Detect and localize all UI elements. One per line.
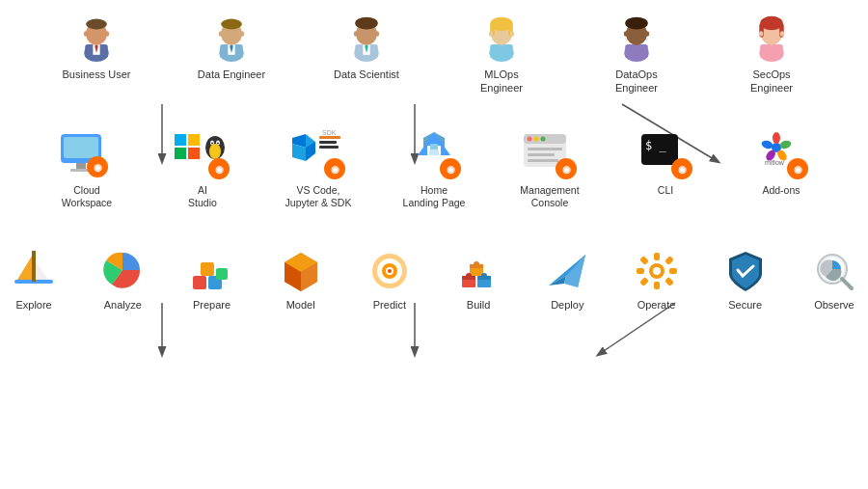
tools-row: ◉ CloudWorkspace xyxy=(0,130,868,210)
action-explore: Explore xyxy=(0,247,68,311)
svg-rect-147 xyxy=(637,268,644,274)
svg-rect-146 xyxy=(654,282,660,289)
ai-studio-icon-wrap: ◉ xyxy=(173,130,232,180)
svg-rect-59 xyxy=(175,134,186,146)
cli-icon: $ _ ◉ xyxy=(636,130,695,180)
svg-text:◉: ◉ xyxy=(447,164,455,175)
explore-icon xyxy=(10,249,58,293)
tool-vscode-jupyter: SDK ◉ VS Code,Jupyter & SDK xyxy=(275,130,362,210)
tool-home-landing: ◉ HomeLanding Page xyxy=(391,130,477,210)
svg-rect-55 xyxy=(76,163,86,170)
svg-rect-148 xyxy=(669,268,677,274)
management-console-icon-wrap: ◉ xyxy=(520,130,580,180)
svg-point-28 xyxy=(355,17,378,30)
ai-studio-icon: ◉ xyxy=(173,130,232,180)
vscode-jupyter-icon: SDK ◉ xyxy=(288,130,348,180)
home-landing-label: HomeLanding Page xyxy=(403,184,466,210)
predict-label: Predict xyxy=(373,299,406,311)
data-scientist-label: Data Scientist xyxy=(334,68,399,81)
svg-point-12 xyxy=(86,19,107,30)
data-scientist-icon xyxy=(341,14,392,64)
person-data-engineer: Data Engineer xyxy=(193,14,270,95)
svg-rect-120 xyxy=(201,262,214,276)
person-business-user: Business User xyxy=(58,14,135,95)
explore-icon-wrap xyxy=(8,247,60,295)
business-user-icon xyxy=(71,14,122,64)
analyze-icon-wrap xyxy=(96,247,149,295)
person-data-scientist: Data Scientist xyxy=(328,14,405,95)
addons-icon-wrap: mlflow ◉ xyxy=(751,130,811,180)
model-icon xyxy=(277,249,325,293)
prepare-icon-wrap xyxy=(185,247,237,295)
tool-management-console: ◉ ManagementConsole xyxy=(506,130,593,210)
svg-text:◉: ◉ xyxy=(678,164,687,175)
svg-text:◉: ◉ xyxy=(794,164,802,175)
svg-text:mlflow: mlflow xyxy=(765,159,785,166)
deploy-icon-wrap xyxy=(541,247,593,295)
svg-point-138 xyxy=(481,273,487,279)
svg-rect-145 xyxy=(654,253,660,260)
action-predict: Predict xyxy=(356,247,423,311)
business-user-label: Business User xyxy=(63,68,131,81)
addons-icon: mlflow ◉ xyxy=(751,130,811,180)
svg-point-137 xyxy=(466,273,472,279)
people-row: Business User Data Engineer xyxy=(0,0,868,95)
svg-text:◉: ◉ xyxy=(562,164,571,175)
svg-rect-78 xyxy=(319,146,339,149)
svg-text:◉: ◉ xyxy=(215,164,224,175)
observe-icon-wrap xyxy=(808,247,860,295)
svg-rect-116 xyxy=(32,251,36,282)
home-landing-icon: ◉ xyxy=(404,130,464,180)
predict-icon xyxy=(366,249,414,293)
build-label: Build xyxy=(467,299,490,311)
svg-rect-151 xyxy=(639,277,649,286)
svg-text:◉: ◉ xyxy=(94,162,102,173)
svg-rect-95 xyxy=(528,153,555,156)
svg-point-20 xyxy=(221,19,242,30)
svg-marker-114 xyxy=(34,258,48,280)
action-deploy: Deploy xyxy=(533,247,601,311)
svg-point-93 xyxy=(541,136,546,141)
svg-rect-62 xyxy=(188,148,200,159)
svg-point-104 xyxy=(773,132,780,144)
secops-engineer-label: SecOps Engineer xyxy=(733,68,810,95)
svg-point-43 xyxy=(624,31,629,36)
svg-point-51 xyxy=(759,31,764,36)
action-prepare: Prepare xyxy=(177,247,245,311)
svg-point-14 xyxy=(105,31,110,36)
mlops-engineer-icon xyxy=(476,14,527,64)
person-mlops-engineer: MLOps Engineer xyxy=(463,14,540,95)
svg-rect-118 xyxy=(193,276,206,289)
svg-rect-60 xyxy=(188,134,200,146)
prepare-label: Prepare xyxy=(193,299,231,311)
svg-rect-32 xyxy=(490,44,513,59)
action-build: Build xyxy=(445,247,512,311)
model-icon-wrap xyxy=(275,247,327,295)
action-model: Model xyxy=(267,247,335,311)
svg-line-6 xyxy=(598,303,675,355)
svg-point-21 xyxy=(219,31,224,36)
svg-point-44 xyxy=(645,31,650,36)
svg-point-69 xyxy=(209,144,221,159)
svg-rect-150 xyxy=(665,256,674,265)
analyze-icon xyxy=(98,249,147,293)
svg-rect-86 xyxy=(429,149,439,155)
data-engineer-icon xyxy=(206,14,257,64)
secure-icon xyxy=(721,249,770,293)
cloud-workspace-icon: ◉ xyxy=(57,130,117,180)
operate-icon xyxy=(633,249,681,293)
svg-point-38 xyxy=(510,31,515,36)
action-observe: Observe xyxy=(800,247,868,311)
tool-cli: $ _ ◉ CLI xyxy=(622,130,709,210)
svg-point-29 xyxy=(354,31,359,36)
data-engineer-label: Data Engineer xyxy=(198,68,265,81)
analyze-label: Analyze xyxy=(104,299,142,311)
svg-rect-77 xyxy=(319,141,337,144)
ai-studio-label: AIStudio xyxy=(188,184,217,210)
svg-point-130 xyxy=(388,269,392,273)
svg-rect-152 xyxy=(665,277,674,286)
tool-ai-studio: ◉ AIStudio xyxy=(159,130,246,210)
cli-icon-wrap: $ _ ◉ xyxy=(636,130,695,180)
svg-rect-61 xyxy=(175,148,186,159)
svg-rect-149 xyxy=(639,256,649,265)
